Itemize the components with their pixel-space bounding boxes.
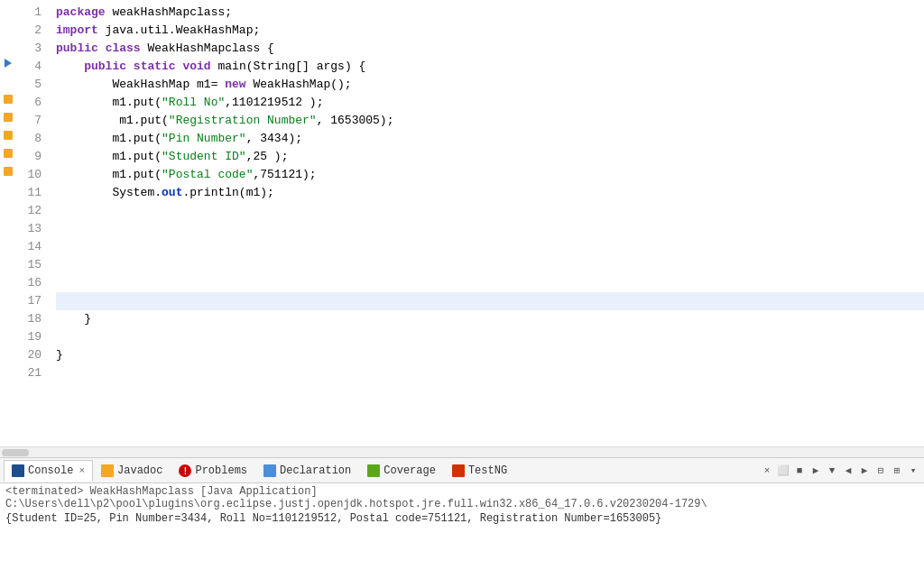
string-literal: "Registration Number" [169,112,317,130]
keyword-purple: public [56,40,98,58]
string-literal: "Pin Number" [162,130,246,148]
line-number-3: 3 [20,40,42,58]
coverage-icon [367,464,380,477]
bookmark-icon [4,95,13,104]
code-plain: WeakHashMap m1= [56,76,225,94]
line-number-6: 6 [20,94,42,112]
code-line-10: m1.put("Postal code",751121); [56,166,924,184]
keyword-purple: import [56,22,98,40]
javadoc-tab-label: Javadoc [117,464,162,477]
code-line-18: } [56,310,924,328]
gutter-line-11 [0,180,16,198]
right-button[interactable]: ▶ [857,464,872,478]
line-number-1: 1 [20,4,42,22]
console-icon [12,464,24,477]
minimize-button[interactable]: ⊟ [873,464,888,478]
bookmark-icon [4,167,13,176]
keyword-purple: void [182,58,210,76]
code-line-1: package weakHashMapclass; [56,4,924,22]
code-plain [98,40,106,58]
tab-problems[interactable]: !Problems [171,460,255,482]
bottom-panel: Console×Javadoc!ProblemsDeclarationCover… [0,457,924,588]
code-content[interactable]: package weakHashMapclass;import java.uti… [49,0,924,446]
gutter-line-18 [0,307,16,325]
gutter-line-5 [0,72,16,90]
code-line-15 [56,256,924,274]
code-plain: m1.put( [56,94,162,112]
code-line-7: m1.put("Registration Number", 1653005); [56,112,924,130]
code-plain [176,58,183,76]
code-plain: m1.put( [56,148,162,166]
code-plain: WeakHashMap(); [246,76,352,94]
terminate-button[interactable]: × [760,464,774,478]
code-line-2: import java.util.WeakHashMap; [56,22,924,40]
gutter-line-20 [0,343,16,361]
code-line-8: m1.put("Pin Number", 3434); [56,130,924,148]
keyword-purple: public [84,58,126,76]
gutter-line-6 [0,90,16,108]
code-plain: main(String[] args) { [211,58,366,76]
code-plain: .println(m1); [182,184,273,202]
run-button[interactable]: ▶ [808,464,823,478]
declaration-icon [263,464,276,477]
keyword-purple: static [134,58,176,76]
code-line-5: WeakHashMap m1= new WeakHashMap(); [56,76,924,94]
console-tab-close[interactable]: × [79,465,85,476]
scrollbar-thumb[interactable] [2,449,29,456]
line-number-20: 20 [20,346,42,364]
gutter-line-8 [0,126,16,144]
tab-javadoc[interactable]: Javadoc [93,460,171,482]
keyword-blue: out [162,184,182,202]
line-number-12: 12 [20,202,42,220]
code-plain: ,25 ); [246,148,289,166]
code-plain: WeakHashMapclass { [141,40,274,58]
gutter-line-16 [0,271,16,289]
maximize-button[interactable]: ⊞ [890,464,904,478]
code-line-11: System.out.println(m1); [56,184,924,202]
coverage-tab-label: Coverage [383,464,436,477]
code-line-6: m1.put("Roll No",1101219512 ); [56,94,924,112]
code-line-19 [56,328,924,346]
line-number-10: 10 [20,166,42,184]
gutter-line-4 [0,54,16,72]
code-plain: } [56,310,91,328]
left-button[interactable]: ◀ [841,464,855,478]
line-number-21: 21 [20,364,42,382]
dropdown-button[interactable]: ▾ [906,464,920,478]
line-number-14: 14 [20,238,42,256]
arrow-icon [5,59,12,68]
string-literal: "Roll No" [162,94,225,112]
string-literal: "Postal code" [162,166,253,184]
code-line-12 [56,202,924,220]
line-number-11: 11 [20,184,42,202]
line-number-16: 16 [20,274,42,292]
horizontal-scrollbar[interactable] [0,446,924,457]
gutter-line-10 [0,162,16,180]
code-line-16 [56,274,924,292]
code-plain [56,58,84,76]
line-number-7: 7 [20,112,42,130]
line-number-19: 19 [20,328,42,346]
code-line-4: public static void main(String[] args) { [56,58,924,76]
remove-terminated-button[interactable]: ⬜ [776,464,790,478]
code-plain: ,751121); [253,166,316,184]
gutter-line-14 [0,234,16,253]
line-number-4: 4 [20,58,42,76]
code-plain: , 1653005); [317,112,394,130]
code-plain: m1.put( [56,112,169,130]
code-line-14 [56,238,924,256]
gutter-line-21 [0,361,16,379]
gutter-line-15 [0,253,16,271]
tab-testng[interactable]: TestNG [444,460,515,482]
console-tab-label: Console [28,464,73,477]
clear-button[interactable]: ■ [792,464,807,478]
testng-tab-label: TestNG [468,464,507,477]
tab-declaration[interactable]: Declaration [255,460,359,482]
tab-console[interactable]: Console× [4,460,93,482]
code-line-17 [56,292,924,310]
code-plain: m1.put( [56,166,162,184]
line-number-2: 2 [20,22,42,40]
menu-button[interactable]: ▼ [825,464,839,478]
gutter-line-2 [0,18,16,36]
tab-coverage[interactable]: Coverage [359,460,444,482]
